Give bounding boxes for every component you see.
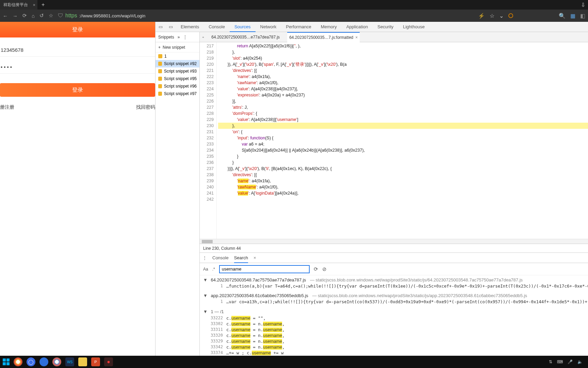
clear-icon[interactable]: ⊘	[322, 266, 327, 272]
url-bar[interactable]: 🛡 https ://www.9958801.com/wap/#/Login	[58, 13, 473, 19]
file-tab-2[interactable]: 64.2023072500035…7.js:formatted ×	[287, 32, 360, 42]
devtools-tab-lighthouse[interactable]: Lighthouse	[398, 22, 429, 32]
tray-icon[interactable]: ⇅	[549, 359, 552, 364]
forward-icon[interactable]: →	[13, 13, 18, 19]
new-tab-button[interactable]: +	[42, 2, 45, 8]
kebab-icon[interactable]: ⋮	[183, 35, 187, 40]
result-line[interactable]: 1 …function(a,b){var T=a64d,c=a();while(…	[200, 283, 588, 289]
files-icon[interactable]	[78, 357, 87, 366]
refresh-icon[interactable]: ⟳	[314, 266, 318, 272]
inspect-icon[interactable]: ▭	[156, 24, 166, 29]
forgot-password-link[interactable]: 找回密码	[136, 104, 155, 110]
result-counter: ▼ 1 — /1	[200, 308, 588, 315]
record-icon[interactable]: ●	[104, 357, 113, 366]
close-icon[interactable]: ×	[355, 35, 358, 40]
devtools-tab-console[interactable]: Console	[204, 22, 230, 32]
webstorm-icon[interactable]: WS	[65, 357, 74, 366]
speaker-icon[interactable]: 🔈	[577, 359, 583, 364]
snippet-item[interactable]: Script snippet #97	[156, 90, 199, 97]
source-editor: ▫ 64.2023072500035…e77a7dea787.js 64.202…	[200, 32, 588, 368]
line-number: 1	[210, 299, 226, 304]
app-icon[interactable]: ◯	[27, 357, 35, 366]
close-icon[interactable]: ×	[33, 2, 35, 7]
password-field[interactable]: ••••	[0, 61, 155, 74]
result-file-1[interactable]: ▼ 64.20230725003548.7ac75750ae77a7dea787…	[200, 277, 588, 283]
line-text: …+= w ; c.username += w	[226, 350, 284, 355]
snippet-item[interactable]: Script snippet #93	[156, 67, 199, 75]
search-results: ▼ 64.20230725003548.7ac75750ae77a7dea787…	[200, 275, 588, 358]
more-icon[interactable]: »	[178, 35, 180, 40]
result-file-2[interactable]: ▼ app.20230725003548.61c6abbec735065eddb…	[200, 292, 588, 299]
url-text: ://www.9958801.com/wap/#/Login	[79, 13, 145, 18]
devtools-tab-sources[interactable]: Sources	[230, 22, 256, 32]
bottom-drawer: ⋮ Console Search × Aa .* ⟳ ⊘ ▼	[200, 252, 588, 368]
devtools-tab-network[interactable]: Network	[256, 22, 281, 32]
kebab-icon[interactable]: ⋮	[202, 255, 207, 260]
phone-field[interactable]: 12345678	[0, 44, 155, 57]
powerpoint-icon[interactable]: P	[91, 357, 100, 366]
reload-icon[interactable]: ⟳	[22, 13, 27, 19]
download-icon[interactable]: ⇩	[581, 2, 585, 8]
devtools-tab-performance[interactable]: Performance	[281, 22, 316, 32]
apps-icon[interactable]: ▦	[570, 13, 575, 19]
search-tab[interactable]: Search	[234, 253, 248, 263]
line-text: c.username = n.username,	[226, 321, 284, 326]
bookmark-icon[interactable]: ☆	[490, 13, 494, 19]
devtools-tab-elements[interactable]: Elements	[176, 22, 204, 32]
url-scheme: https	[65, 13, 77, 19]
browser-tab[interactable]: 祥彩信誉平台 ×	[0, 0, 37, 10]
undo-icon[interactable]: ↺	[39, 13, 44, 19]
close-icon[interactable]: ×	[254, 255, 256, 260]
horizontal-scrollbar[interactable]	[200, 239, 588, 244]
result-line[interactable]: 33222c.username = "",	[200, 315, 588, 321]
device-icon[interactable]: ▭	[166, 24, 176, 29]
register-link[interactable]: 册注册	[0, 104, 14, 110]
line-text: c.username = n.username,	[226, 333, 284, 338]
match-case-toggle[interactable]: Aa	[203, 267, 208, 272]
snippet-icon	[158, 92, 162, 96]
result-line[interactable]: 33329c.username = n.username,	[200, 338, 588, 344]
nav-icon[interactable]: ▫	[202, 35, 204, 40]
app-icon[interactable]	[39, 357, 48, 366]
result-line[interactable]: 33311c.username = n.username,	[200, 327, 588, 333]
mic-icon[interactable]: 🎤	[568, 359, 573, 364]
new-snippet-button[interactable]: + New snippet	[156, 42, 199, 52]
file-name: app.20230725003548.61c6abbec735065eddb5.…	[211, 293, 308, 298]
profile-icon[interactable]: ◧	[580, 13, 585, 19]
result-line[interactable]: 33342c.username = n.username,	[200, 344, 588, 350]
lens-icon[interactable]	[508, 13, 513, 18]
login-button[interactable]: 登录	[0, 83, 155, 97]
windows-taskbar: ◯ WS P ● ⇅ ⌨ 🎤 🔈	[0, 356, 588, 368]
search-input[interactable]	[219, 265, 310, 273]
star-icon[interactable]: ☆	[49, 13, 53, 19]
keyboard-icon[interactable]: ⌨	[557, 359, 563, 364]
back-icon[interactable]: ←	[3, 13, 8, 19]
console-tab[interactable]: Console	[212, 253, 229, 263]
flash-icon[interactable]: ⚡	[478, 13, 485, 19]
snippet-item[interactable]: Script snippet #92	[156, 60, 199, 67]
home-icon[interactable]: ⌂	[32, 13, 35, 19]
result-line[interactable]: 33302c.username = n.username,	[200, 321, 588, 327]
regex-toggle[interactable]: .*	[212, 267, 215, 272]
search-icon[interactable]: 🔍	[559, 13, 566, 19]
start-button[interactable]	[3, 358, 10, 365]
snippets-title[interactable]: Snippets	[158, 35, 174, 40]
code-content[interactable]: return A[a5(0x22f)][a5(0x1f6)]('', ), },…	[217, 42, 588, 239]
result-line[interactable]: 33320c.username = n.username,	[200, 333, 588, 338]
chrome-dev-icon[interactable]	[52, 357, 61, 366]
snippet-item[interactable]: Script snippet #95	[156, 75, 199, 82]
file-tab-1[interactable]: 64.2023072500035…e77a7dea787.js	[209, 32, 282, 42]
devtools-tab-application[interactable]: Application	[342, 22, 373, 32]
devtools-tab-security[interactable]: Security	[373, 22, 398, 32]
snippet-item[interactable]: Script snippet #96	[156, 82, 199, 90]
result-line[interactable]: 1 …var co=a13h,c=a();while(!![]){try{var…	[200, 299, 588, 305]
result-line[interactable]: 33374…+= w ; c.username += w	[200, 350, 588, 356]
snippet-label: Script snippet #96	[164, 84, 197, 89]
devtools-tab-memory[interactable]: Memory	[316, 22, 342, 32]
snippet-label: Script snippet #95	[164, 76, 197, 81]
chevron-down-icon[interactable]: ⌄	[499, 13, 504, 19]
line-text: c.username = "",	[226, 316, 266, 321]
snippet-item[interactable]: 1	[156, 52, 199, 60]
chrome-icon[interactable]	[14, 357, 22, 366]
file-tabs: ▫ 64.2023072500035…e77a7dea787.js 64.202…	[200, 32, 588, 42]
